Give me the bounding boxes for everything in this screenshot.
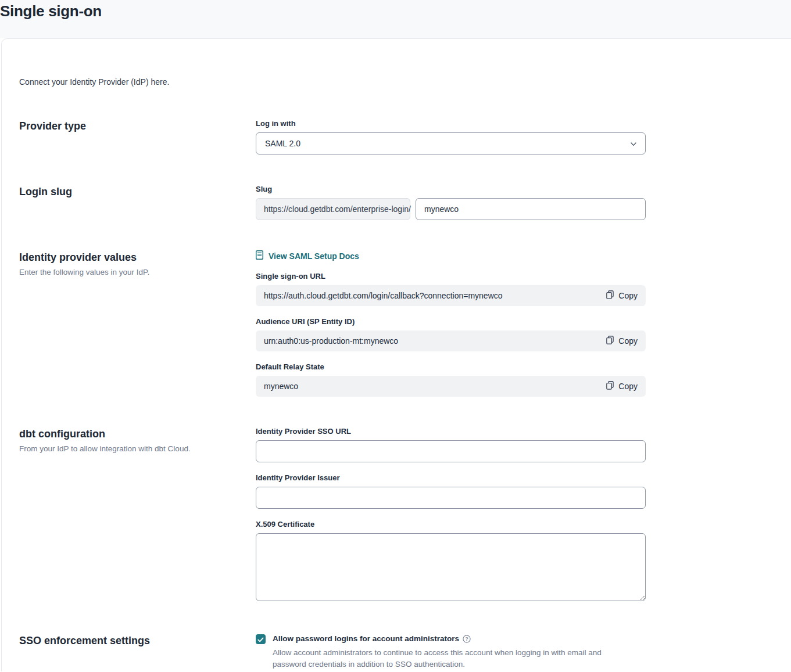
idp-issuer-group: Identity Provider Issuer xyxy=(256,473,646,509)
checkmark-icon xyxy=(257,634,264,645)
copy-button[interactable]: Copy xyxy=(606,381,638,391)
section-sso-enforcement: SSO enforcement settings Allow password … xyxy=(19,634,791,670)
x509-certificate-textarea[interactable] xyxy=(256,533,646,601)
sso-url-value: https://auth.cloud.getdbt.com/login/call… xyxy=(264,291,503,300)
copy-icon xyxy=(606,290,614,301)
x509-certificate-group: X.509 Certificate xyxy=(256,520,646,603)
sso-url-field: Single sign-on URL https://auth.cloud.ge… xyxy=(256,272,646,306)
section-provider-type: Provider type Log in with SAML 2.0 xyxy=(19,119,791,154)
idp-values-heading: Identity provider values xyxy=(19,251,256,264)
relay-state-field: Default Relay State mynewco Copy xyxy=(256,362,646,397)
section-dbt-configuration: dbt configuration From your IdP to allow… xyxy=(19,427,791,603)
copy-icon xyxy=(606,336,614,346)
copy-button[interactable]: Copy xyxy=(606,290,638,301)
login-slug-heading: Login slug xyxy=(19,185,256,199)
audience-uri-value-row: urn:auth0:us-production-mt:mynewco Copy xyxy=(256,330,646,351)
slug-label: Slug xyxy=(256,185,646,193)
page-header: Single sign-on xyxy=(0,0,791,38)
idp-values-subtext: Enter the following values in your IdP. xyxy=(19,268,256,276)
password-logins-description: Allow account administrators to continue… xyxy=(273,647,633,670)
audience-uri-field: Audience URI (SP Entity ID) urn:auth0:us… xyxy=(256,317,646,351)
settings-card: Connect your Identity Provider (IdP) her… xyxy=(1,38,791,671)
idp-issuer-input[interactable] xyxy=(256,487,646,509)
sso-url-label: Single sign-on URL xyxy=(256,272,646,281)
slug-input-group: https://cloud.getdbt.com/enterprise-logi… xyxy=(256,198,646,220)
provider-type-heading: Provider type xyxy=(19,120,256,133)
copy-button-label: Copy xyxy=(618,291,638,300)
saml-docs-link-label: View SAML Setup Docs xyxy=(269,251,359,261)
idp-issuer-label: Identity Provider Issuer xyxy=(256,473,646,482)
intro-text: Connect your Identity Provider (IdP) her… xyxy=(19,77,791,87)
document-icon xyxy=(256,250,263,261)
relay-state-label: Default Relay State xyxy=(256,362,646,371)
relay-state-value-row: mynewco Copy xyxy=(256,376,646,397)
chevron-down-icon xyxy=(631,139,636,148)
audience-uri-label: Audience URI (SP Entity ID) xyxy=(256,317,646,326)
dbt-config-subtext: From your IdP to allow integration with … xyxy=(19,444,256,453)
password-logins-label: Allow password logins for account admini… xyxy=(273,634,459,644)
relay-state-value: mynewco xyxy=(264,382,298,391)
copy-button[interactable]: Copy xyxy=(606,336,638,346)
sso-enforcement-heading: SSO enforcement settings xyxy=(19,634,256,648)
copy-button-label: Copy xyxy=(618,382,638,391)
idp-sso-url-group: Identity Provider SSO URL xyxy=(256,427,646,462)
login-with-label: Log in with xyxy=(256,119,646,128)
section-login-slug: Login slug Slug https://cloud.getdbt.com… xyxy=(19,185,791,220)
help-icon[interactable]: ? xyxy=(463,635,471,643)
saml-docs-link[interactable]: View SAML Setup Docs xyxy=(256,250,359,261)
slug-prefix: https://cloud.getdbt.com/enterprise-logi… xyxy=(256,198,410,220)
copy-icon xyxy=(606,381,614,391)
dbt-config-heading: dbt configuration xyxy=(19,427,256,441)
password-logins-checkbox-row: Allow password logins for account admini… xyxy=(256,634,646,670)
idp-sso-url-input[interactable] xyxy=(256,440,646,462)
page-title: Single sign-on xyxy=(0,1,791,21)
x509-certificate-label: X.509 Certificate xyxy=(256,520,646,529)
password-logins-checkbox[interactable] xyxy=(256,634,266,644)
audience-uri-value: urn:auth0:us-production-mt:mynewco xyxy=(264,336,398,346)
sso-url-value-row: https://auth.cloud.getdbt.com/login/call… xyxy=(256,285,646,306)
login-with-select[interactable]: SAML 2.0 xyxy=(256,132,646,154)
section-idp-values: Identity provider values Enter the follo… xyxy=(19,250,791,397)
slug-input[interactable] xyxy=(416,198,646,220)
copy-button-label: Copy xyxy=(618,336,638,346)
login-with-selected-value: SAML 2.0 xyxy=(265,139,300,148)
svg-text:?: ? xyxy=(465,636,468,642)
idp-sso-url-label: Identity Provider SSO URL xyxy=(256,427,646,436)
